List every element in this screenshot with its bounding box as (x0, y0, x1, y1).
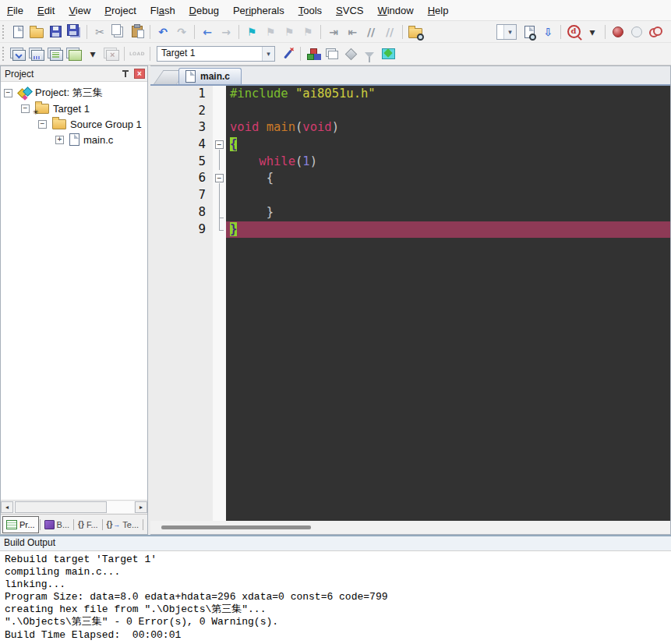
menu-item-edit[interactable]: Edit (30, 2, 62, 19)
target-select[interactable]: Target 1▾ (157, 46, 275, 62)
code-line-5[interactable]: while(1) (226, 154, 670, 171)
code-line-2[interactable] (226, 103, 670, 120)
filter-windows-button[interactable] (360, 45, 379, 62)
enable-disable-breakpoint-button[interactable] (627, 23, 646, 41)
expand-icon[interactable]: + (55, 136, 64, 144)
build-button[interactable] (27, 45, 46, 62)
scrollbar-thumb[interactable] (161, 525, 311, 529)
cut-button[interactable]: ✂ (90, 23, 109, 41)
project-tab-icon (6, 520, 17, 529)
menu-item-window[interactable]: Window (370, 2, 420, 19)
tree-item-main-c[interactable]: +main.c (1, 132, 147, 147)
chevron-down-icon[interactable]: ▾ (503, 25, 516, 39)
comment-button[interactable]: // (362, 23, 380, 41)
fold-collapse-icon[interactable]: − (213, 136, 226, 154)
menu-item-tools[interactable]: Tools (291, 2, 329, 19)
menu-item-debug[interactable]: Debug (182, 2, 226, 19)
batch-build-button[interactable] (65, 45, 83, 62)
pack-installer-button[interactable] (379, 45, 397, 62)
lookup-dropdown[interactable]: ▾ (583, 23, 602, 41)
code-line-7[interactable] (226, 187, 670, 204)
collapse-icon[interactable]: − (4, 89, 12, 97)
collapse-icon[interactable]: − (38, 120, 47, 129)
tree-item-project-root[interactable]: −Project: 第三集 (1, 85, 147, 101)
code-text-area[interactable]: #include "ai8051u.h"void main(void){ whi… (226, 86, 670, 521)
scrollbar-thumb[interactable] (15, 501, 107, 513)
code-line-8[interactable]: } (226, 204, 670, 221)
download-button[interactable]: LOAD (128, 45, 147, 62)
insert-bookmark-button[interactable]: ⚑ (242, 23, 261, 41)
next-bookmark-button[interactable]: ⚑ (280, 23, 298, 41)
folder-icon (52, 119, 66, 129)
manage-run-time-environment-button[interactable] (304, 45, 323, 62)
scroll-left-icon[interactable]: ◂ (1, 501, 13, 513)
navigate-forward-button[interactable]: → (217, 23, 235, 41)
indent-button[interactable]: ⇥ (324, 23, 343, 41)
rebuild-button[interactable] (46, 45, 65, 62)
save-all-button[interactable] (65, 23, 83, 41)
previous-bookmark-button[interactable]: ⚑ (261, 23, 280, 41)
editor-hscrollbar[interactable] (150, 522, 670, 533)
tree-item-target-1-label: Target 1 (53, 103, 90, 115)
navigate-back-button[interactable]: ← (198, 23, 217, 41)
project-tab[interactable]: Pr... (2, 516, 39, 533)
clear-bookmarks-button[interactable]: ⚑ (298, 23, 317, 41)
uncomment-button[interactable]: // (380, 23, 399, 41)
templates-tab-icon-arrow: → (113, 521, 120, 529)
new-file-button[interactable] (9, 23, 27, 41)
lookup-magnifier-button[interactable]: d (564, 23, 583, 41)
stop-build-button[interactable] (102, 45, 121, 62)
menu-item-file[interactable]: File (0, 2, 30, 19)
undo-button[interactable]: ↶ (154, 23, 172, 41)
menu-item-svcs[interactable]: SVCS (329, 2, 370, 19)
scrollbar-track[interactable] (14, 501, 134, 513)
unindent-button[interactable]: ⇤ (343, 23, 362, 41)
pin-icon[interactable] (121, 69, 131, 79)
save-button[interactable] (46, 23, 65, 41)
code-line-6[interactable]: { (226, 170, 670, 187)
templates-tab[interactable]: {}→Te... (104, 517, 143, 533)
code-line-4[interactable]: { (226, 136, 670, 154)
line-number: 2 (150, 103, 213, 120)
tab-main-c[interactable]: main.c (178, 68, 242, 84)
close-icon[interactable]: × (134, 69, 145, 79)
chevron-down-icon[interactable]: ▾ (262, 47, 274, 61)
code-line-3[interactable]: void main(void) (226, 119, 670, 136)
fold-guide (213, 154, 226, 171)
code-line-9[interactable]: } (226, 221, 670, 239)
kill-all-breakpoints-button[interactable] (646, 23, 665, 41)
scroll-right-icon[interactable]: ▸ (135, 501, 147, 513)
project-panel-hscrollbar[interactable]: ◂ ▸ (1, 500, 147, 514)
document-tab-strip: main.c (150, 66, 670, 86)
menu-item-peripherals[interactable]: Peripherals (226, 2, 291, 19)
toolbar-separator (238, 25, 239, 39)
code-line-1[interactable]: #include "ai8051u.h" (226, 86, 670, 103)
tree-item-source-group-1[interactable]: −Source Group 1 (1, 116, 147, 132)
redo-button[interactable]: ↷ (172, 23, 191, 41)
collapse-icon[interactable]: − (21, 104, 30, 113)
menu-item-view[interactable]: View (62, 2, 97, 19)
incremental-find-button[interactable]: ⇩ (539, 23, 557, 41)
search-combobox[interactable]: ▾ (496, 24, 517, 40)
tree-item-target-1[interactable]: −✳Target 1 (1, 101, 147, 116)
functions-tab[interactable]: {}F... (75, 517, 101, 533)
paste-button[interactable] (128, 23, 147, 41)
options-for-target-button[interactable] (278, 45, 297, 62)
menu-item-help[interactable]: Help (421, 2, 456, 19)
window-layout-button[interactable] (323, 45, 341, 62)
open-file-button[interactable] (27, 23, 46, 41)
component-viewer-button[interactable] (341, 45, 360, 62)
translate-button[interactable] (9, 45, 27, 62)
find-in-files-dialog-button[interactable] (520, 23, 539, 41)
copy-button[interactable] (109, 23, 128, 41)
batch-build-dropdown[interactable]: ▾ (83, 45, 102, 62)
panel-tab-bar: Pr...B...{}F...{}→Te... (1, 514, 147, 534)
code-editor[interactable]: 123456789 −− #include "ai8051u.h"void ma… (150, 86, 670, 521)
menu-item-project[interactable]: Project (97, 2, 143, 19)
insert-breakpoint-button[interactable] (609, 23, 627, 41)
menu-item-debug-label: D (189, 5, 196, 16)
fold-collapse-icon[interactable]: − (213, 170, 226, 187)
menu-item-flash[interactable]: Flash (143, 2, 182, 19)
find-in-files-button[interactable] (406, 23, 425, 41)
books-tab[interactable]: B... (41, 517, 73, 533)
